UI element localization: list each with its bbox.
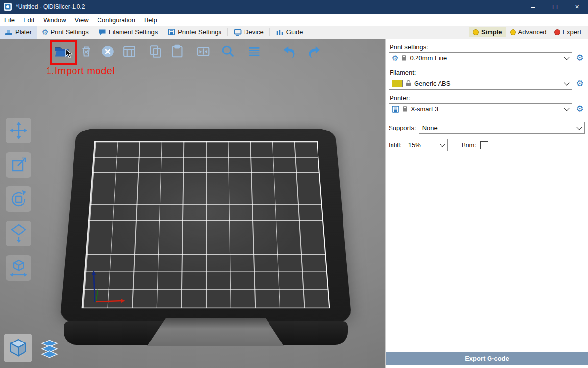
paste-icon	[169, 43, 186, 60]
undo-button[interactable]	[281, 42, 299, 61]
layers-list-button[interactable]	[245, 42, 264, 61]
tab-device[interactable]: Device	[229, 26, 269, 39]
copy-icon	[147, 43, 164, 60]
window-title: *Untitled - QIDISlicer-1.0.2	[16, 3, 85, 10]
tab-print-settings-label: Print Settings	[50, 28, 88, 36]
undo-icon	[282, 43, 298, 60]
gizmo-toolbar	[6, 118, 31, 281]
measure-button[interactable]	[6, 255, 31, 281]
tab-filament-settings[interactable]: Filament Settings	[94, 26, 163, 39]
redo-button[interactable]	[304, 42, 323, 61]
tab-guide[interactable]: Guide	[271, 26, 308, 39]
filament-icon	[98, 28, 106, 36]
tab-plater-label: Plater	[15, 28, 32, 36]
menu-window[interactable]: Window	[39, 14, 70, 26]
mode-advanced[interactable]: Advanced	[506, 27, 551, 37]
print-bed	[69, 83, 343, 358]
move-button[interactable]	[6, 118, 31, 143]
delete-button[interactable]	[77, 42, 96, 61]
infill-select[interactable]: 15%	[405, 139, 448, 151]
tab-printer-settings[interactable]: Printer Settings	[163, 26, 226, 39]
search-button[interactable]	[219, 42, 238, 61]
supports-value: None	[422, 124, 438, 131]
guide-icon	[276, 28, 284, 36]
place-on-face-button[interactable]	[6, 221, 31, 246]
chevron-down-icon	[564, 54, 569, 60]
3d-viewport[interactable]: 1.Import model	[0, 39, 385, 368]
lock-icon	[406, 80, 411, 87]
3d-view-cube-icon	[7, 337, 29, 359]
device-icon	[234, 28, 242, 36]
print-settings-value: 0.20mm Fine	[410, 54, 447, 62]
printer-icon	[168, 28, 175, 36]
layers-list-icon	[246, 43, 263, 60]
filament-gear-button[interactable]: ⚙	[575, 79, 585, 88]
gear-icon: ⚙	[392, 54, 398, 62]
mode-expert[interactable]: Expert	[550, 27, 585, 37]
mode-simple[interactable]: Simple	[469, 27, 506, 37]
menu-file[interactable]: File	[0, 14, 19, 26]
viewport-toolbar	[53, 42, 327, 63]
tab-guide-label: Guide	[286, 28, 303, 36]
scale-icon	[8, 154, 29, 176]
export-gcode-button[interactable]: Export G-code	[386, 352, 588, 365]
delete-all-button[interactable]	[98, 42, 117, 61]
filament-color-swatch	[392, 80, 403, 87]
filament-label: Filament:	[390, 69, 585, 76]
menu-edit[interactable]: Edit	[19, 14, 39, 26]
tab-separator	[270, 28, 270, 36]
copy-button[interactable]	[147, 42, 165, 61]
minimize-button[interactable]: –	[522, 0, 544, 14]
tab-plater[interactable]: Plater	[0, 26, 37, 39]
titlebar: *Untitled - QIDISlicer-1.0.2 – □ ×	[0, 0, 588, 14]
mode-expert-label: Expert	[563, 28, 581, 36]
redo-icon	[305, 43, 322, 60]
rotate-button[interactable]	[6, 186, 31, 212]
printer-icon	[392, 106, 399, 113]
print-settings-gear-button[interactable]: ⚙	[575, 54, 585, 62]
filament-select[interactable]: Generic ABS	[389, 78, 572, 90]
settings-sidebar: Print settings: ⚙ 0.20mm Fine ⚙ Filament…	[385, 39, 588, 368]
brim-checkbox[interactable]	[480, 141, 488, 149]
tab-print-settings[interactable]: ⚙ Print Settings	[37, 26, 94, 39]
tab-filament-settings-label: Filament Settings	[109, 28, 158, 36]
printer-gear-button[interactable]: ⚙	[575, 105, 585, 113]
maximize-button[interactable]: □	[544, 0, 566, 14]
origin-axes-icon	[74, 250, 137, 309]
printer-select[interactable]: X-smart 3	[389, 103, 572, 115]
scale-button[interactable]	[6, 152, 31, 178]
supports-select[interactable]: None	[419, 122, 585, 134]
paste-button[interactable]	[168, 42, 187, 61]
menu-configuration[interactable]: Configuration	[93, 14, 140, 26]
layers-view-button[interactable]	[37, 337, 62, 361]
mode-switcher: Simple Advanced Expert	[469, 26, 588, 39]
lock-icon	[401, 55, 407, 61]
window-controls: – □ ×	[522, 0, 588, 14]
split-button[interactable]	[194, 42, 213, 61]
plater-icon	[5, 28, 13, 36]
tab-separator	[227, 28, 228, 36]
arrange-button[interactable]	[120, 42, 139, 61]
close-button[interactable]: ×	[566, 0, 588, 14]
chevron-down-icon	[564, 105, 569, 111]
mouse-cursor-icon	[65, 49, 73, 59]
menu-view[interactable]: View	[71, 14, 93, 26]
3d-view-button[interactable]	[4, 334, 32, 362]
lock-icon	[402, 106, 408, 112]
search-icon	[220, 43, 237, 60]
menubar: File Edit Window View Configuration Help	[0, 14, 588, 26]
annotation-text: 1.Import model	[46, 65, 115, 77]
brim-label: Brim:	[462, 141, 476, 149]
workspace: 1.Import model	[0, 39, 588, 368]
rotate-icon	[8, 188, 29, 210]
supports-label: Supports:	[389, 124, 416, 131]
menu-help[interactable]: Help	[140, 14, 162, 26]
print-bed-handle-cutout	[146, 318, 285, 346]
print-settings-label: Print settings:	[390, 43, 585, 51]
simple-mode-dot-icon	[473, 29, 479, 35]
app-logo-icon	[4, 3, 12, 11]
advanced-mode-dot-icon	[510, 29, 516, 35]
qidislicer-window: *Untitled - QIDISlicer-1.0.2 – □ × File …	[0, 0, 588, 368]
print-settings-select[interactable]: ⚙ 0.20mm Fine	[389, 52, 572, 64]
tab-printer-settings-label: Printer Settings	[178, 28, 221, 36]
